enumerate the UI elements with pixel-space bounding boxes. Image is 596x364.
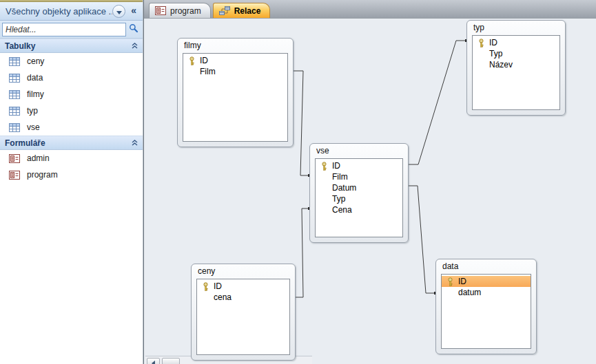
entity-title[interactable]: ceny xyxy=(198,266,215,276)
form-icon xyxy=(155,6,166,15)
triangle-left-icon xyxy=(152,361,155,364)
field-filmy-ID[interactable]: ID xyxy=(183,55,287,66)
navigation-pane-title: Všechny objekty aplikace ... xyxy=(6,6,112,17)
field-name: ID xyxy=(489,38,497,47)
field-name: Film xyxy=(200,67,216,76)
field-vse-Cena[interactable]: Cena xyxy=(316,204,402,215)
field-name: datum xyxy=(458,288,481,297)
section-header-tables[interactable]: Tabulky xyxy=(0,39,143,53)
table-icon xyxy=(9,107,23,116)
chevron-down-icon xyxy=(116,6,122,17)
sidebar-item-label: typ xyxy=(27,106,38,116)
field-typ-Typ[interactable]: Typ xyxy=(473,48,559,59)
search-input[interactable] xyxy=(2,23,126,36)
sidebar-item-data[interactable]: data xyxy=(0,69,143,86)
field-vse-Typ[interactable]: Typ xyxy=(316,193,402,204)
relation-line-vse-data[interactable] xyxy=(407,186,435,293)
sidebar-item-label: admin xyxy=(27,153,50,163)
field-name: ID xyxy=(200,56,208,65)
chevrons-up-icon[interactable] xyxy=(132,140,138,146)
sidebar-item-label: filmy xyxy=(27,89,44,99)
field-ceny-cena[interactable]: cena xyxy=(197,292,289,303)
tab-label: program xyxy=(170,6,201,16)
entity-data[interactable]: dataIDdatum xyxy=(435,259,537,354)
entity-ceny[interactable]: cenyIDcena xyxy=(191,264,296,361)
search-button[interactable] xyxy=(126,23,141,35)
tab-relace[interactable]: Relace xyxy=(213,3,271,18)
field-name: ID xyxy=(332,161,340,171)
form-icon xyxy=(9,171,23,180)
relationships-icon xyxy=(219,6,230,16)
field-name: cena xyxy=(214,292,232,302)
section-header-forms[interactable]: Formuláře xyxy=(0,136,143,150)
table-icon xyxy=(9,74,23,83)
navigation-pane: Všechny objekty aplikace ... « Tabulky c… xyxy=(0,0,143,364)
scrollbar-thumb[interactable] xyxy=(162,358,180,364)
primary-key-icon xyxy=(188,56,196,65)
tab-label: Relace xyxy=(234,6,261,16)
chevrons-up-icon[interactable] xyxy=(132,43,138,49)
entity-title[interactable]: filmy xyxy=(184,41,201,50)
sidebar-item-program[interactable]: program xyxy=(0,167,143,183)
field-vse-Film[interactable]: Film xyxy=(316,171,402,182)
relation-line-ceny-vse[interactable] xyxy=(294,208,309,297)
relationships-canvas[interactable]: filmyIDFilmtypIDTypNázevvseIDFilmDatumTy… xyxy=(144,18,596,364)
access-window: Všechny objekty aplikace ... « Tabulky c… xyxy=(0,0,596,364)
field-name: Datum xyxy=(332,183,356,193)
field-name: Cena xyxy=(332,205,352,215)
entity-field-list: IDTypNázev xyxy=(472,35,560,110)
entity-title[interactable]: vse xyxy=(316,146,329,156)
primary-key-icon xyxy=(320,162,329,171)
nav-menu-dropdown-button[interactable] xyxy=(112,5,125,18)
field-filmy-Film[interactable]: Film xyxy=(183,66,287,77)
sidebar-item-admin[interactable]: admin xyxy=(0,150,143,167)
field-name: Typ xyxy=(489,49,502,58)
navigation-pane-empty-area xyxy=(0,183,143,364)
relation-line-vse-typ[interactable] xyxy=(407,41,466,164)
entity-title[interactable]: typ xyxy=(473,23,484,32)
sidebar-item-typ[interactable]: typ xyxy=(0,103,143,119)
field-name: Typ xyxy=(332,194,345,204)
sidebar-item-filmy[interactable]: filmy xyxy=(0,86,143,103)
navigation-pane-header[interactable]: Všechny objekty aplikace ... « xyxy=(0,2,143,21)
table-icon xyxy=(9,57,23,66)
entity-field-list: IDcena xyxy=(196,279,290,355)
document-area: program Relace filmyIDFilmtypIDTypNázevv… xyxy=(143,0,596,364)
field-ceny-ID[interactable]: ID xyxy=(197,281,289,292)
table-icon xyxy=(9,123,23,132)
entity-field-list: IDdatum xyxy=(441,274,531,349)
shutter-bar-close-button[interactable]: « xyxy=(129,5,140,17)
field-typ-Název[interactable]: Název xyxy=(473,59,559,70)
scroll-left-button[interactable] xyxy=(147,358,160,364)
entity-field-list: IDFilm xyxy=(183,53,288,142)
form-icon xyxy=(9,154,23,163)
sidebar-item-vse[interactable]: vse xyxy=(0,119,143,136)
sidebar-item-label: ceny xyxy=(27,56,44,66)
field-vse-ID[interactable]: ID xyxy=(316,160,402,171)
section-label: Formuláře xyxy=(5,138,45,148)
sidebar-item-label: program xyxy=(27,170,58,180)
field-vse-Datum[interactable]: Datum xyxy=(316,182,402,193)
relation-line-filmy-vse[interactable] xyxy=(292,71,309,175)
tab-program[interactable]: program xyxy=(149,3,211,18)
field-data-ID[interactable]: ID xyxy=(442,276,531,287)
primary-key-icon xyxy=(446,277,455,286)
sidebar-item-ceny[interactable]: ceny xyxy=(0,53,143,69)
entity-filmy[interactable]: filmyIDFilm xyxy=(177,38,294,147)
table-icon xyxy=(9,90,23,99)
sidebar-item-label: data xyxy=(27,73,43,83)
field-data-datum[interactable]: datum xyxy=(442,287,531,298)
chevrons-left-icon: « xyxy=(131,5,136,16)
search-bar xyxy=(0,21,143,39)
section-label: Tabulky xyxy=(5,41,35,51)
document-tab-bar: program Relace xyxy=(144,0,596,18)
primary-key-icon xyxy=(477,39,486,47)
sidebar-item-label: vse xyxy=(27,122,40,132)
entity-title[interactable]: data xyxy=(442,261,458,271)
field-name: ID xyxy=(214,281,222,291)
field-typ-ID[interactable]: ID xyxy=(473,37,559,48)
entity-typ[interactable]: typIDTypNázev xyxy=(466,20,566,116)
search-icon xyxy=(129,23,138,35)
entity-vse[interactable]: vseIDFilmDatumTypCena xyxy=(309,143,409,243)
field-name: Název xyxy=(489,60,513,69)
